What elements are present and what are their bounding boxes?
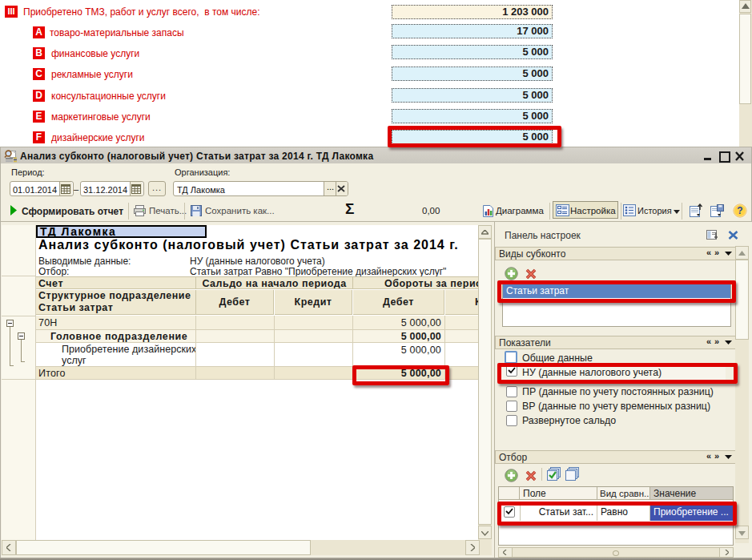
svg-text:?: ? [737,205,742,216]
